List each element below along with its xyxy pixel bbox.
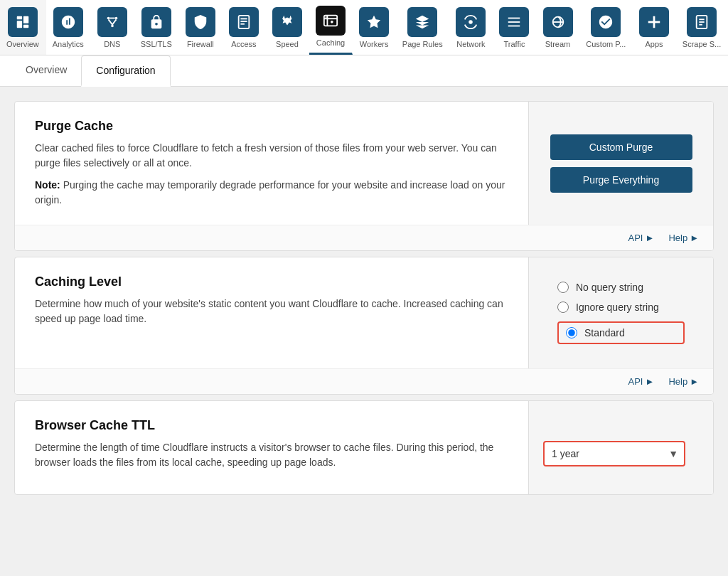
purge-everything-button[interactable]: Purge Everything (550, 167, 692, 193)
svg-line-9 (112, 19, 117, 24)
caching-level-right: No query string Ignore query string Stan… (528, 257, 713, 368)
help2-arrow-icon: ► (690, 376, 699, 387)
caching-level-footer: API ► Help ► (15, 368, 713, 394)
radio-standard-highlight: Standard (557, 321, 685, 344)
nav-item-network[interactable]: Network (449, 0, 493, 55)
page-rules-icon (407, 7, 437, 37)
nav-item-access[interactable]: Access (223, 0, 266, 55)
nav-item-speed[interactable]: Speed (266, 0, 309, 55)
svg-point-6 (111, 24, 114, 27)
apps-icon (639, 7, 669, 37)
main-content: Purge Cache Clear cached files to force … (0, 87, 728, 515)
note-text: Purging the cache may temporarily degrad… (35, 179, 505, 206)
purge-cache-help-link[interactable]: Help ► (668, 233, 699, 243)
svg-point-17 (326, 16, 327, 18)
nav-item-ssl-tls[interactable]: SSL/TLS (134, 0, 179, 55)
overview-icon (8, 7, 38, 37)
purge-cache-right: Custom Purge Purge Everything (528, 102, 713, 225)
svg-rect-3 (23, 24, 28, 28)
dns-icon (97, 7, 127, 37)
caching-level-api-link[interactable]: API ► (628, 376, 655, 387)
note-bold: Note: (35, 179, 60, 191)
purge-cache-title: Purge Cache (35, 119, 508, 134)
browser-cache-ttl-title: Browser Cache TTL (35, 418, 508, 433)
nav-item-page-rules[interactable]: Page Rules (396, 0, 449, 55)
radio-standard[interactable]: Standard (566, 327, 625, 338)
browser-cache-ttl-right: 30 minutes 1 hour 2 hours 1 year ▼ (528, 401, 713, 494)
svg-point-18 (331, 21, 333, 23)
radio-no-query-label: No query string (576, 282, 643, 293)
radio-ignore-query[interactable]: Ignore query string (557, 302, 685, 313)
top-navigation: Overview Analytics DNS SSL/TLS Firewall … (0, 0, 728, 55)
api-arrow-icon: ► (646, 233, 655, 243)
purge-cache-api-link[interactable]: API ► (628, 233, 655, 243)
nav-item-workers[interactable]: Workers (353, 0, 396, 55)
browser-cache-ttl-select-wrapper: 30 minutes 1 hour 2 hours 1 year ▼ (543, 441, 685, 466)
tab-overview[interactable]: Overview (11, 55, 81, 87)
nav-label-scrape: Scrape S... (682, 40, 721, 48)
svg-rect-13 (240, 23, 245, 24)
nav-item-analytics[interactable]: Analytics (46, 0, 91, 55)
svg-rect-12 (240, 21, 247, 22)
nav-item-traffic[interactable]: Traffic (493, 0, 536, 55)
custom-p-icon (591, 7, 621, 37)
nav-item-scrape-s[interactable]: Scrape S... (676, 0, 728, 55)
nav-label-traffic: Traffic (503, 40, 525, 48)
nav-label-speed: Speed (276, 40, 299, 48)
radio-no-query[interactable]: No query string (557, 282, 685, 293)
firewall-icon (186, 7, 215, 37)
caching-level-card: Caching Level Determine how much of your… (14, 257, 714, 395)
workers-icon (359, 7, 389, 37)
nav-item-custom-p[interactable]: Custom P... (580, 0, 633, 55)
browser-cache-ttl-card: Browser Cache TTL Determine the length o… (14, 400, 714, 495)
browser-cache-ttl-desc: Determine the length of time Cloudflare … (35, 440, 508, 470)
traffic-icon (499, 7, 529, 37)
purge-cache-card: Purge Cache Clear cached files to force … (14, 101, 714, 251)
nav-label-page-rules: Page Rules (402, 40, 443, 48)
radio-ignore-query-input[interactable] (557, 302, 569, 313)
nav-label-access: Access (231, 40, 256, 48)
svg-rect-0 (17, 16, 22, 19)
api2-arrow-icon: ► (646, 376, 655, 387)
radio-ignore-query-label: Ignore query string (576, 302, 659, 313)
nav-item-firewall[interactable]: Firewall (179, 0, 223, 55)
purge-cache-note: Note: Purging the cache may temporarily … (35, 178, 508, 208)
svg-rect-1 (17, 21, 22, 28)
network-icon (456, 7, 486, 37)
caching-icon (316, 6, 346, 36)
analytics-icon (53, 7, 83, 37)
nav-item-dns[interactable]: DNS (91, 0, 134, 55)
radio-no-query-input[interactable] (557, 282, 569, 293)
purge-cache-desc: Clear cached files to force Cloudflare t… (35, 141, 508, 171)
svg-point-20 (469, 20, 473, 24)
caching-level-body: Caching Level Determine how much of your… (15, 257, 713, 368)
svg-line-8 (108, 19, 112, 24)
browser-cache-ttl-select[interactable]: 30 minutes 1 hour 2 hours 1 year (543, 441, 685, 466)
scrape-icon (687, 7, 717, 37)
nav-item-stream[interactable]: Stream (536, 0, 579, 55)
svg-point-5 (114, 16, 117, 19)
browser-cache-ttl-body: Browser Cache TTL Determine the length o… (15, 401, 713, 494)
caching-level-help-link[interactable]: Help ► (668, 376, 699, 387)
nav-item-caching[interactable]: Caching (309, 0, 353, 55)
caching-level-left: Caching Level Determine how much of your… (15, 257, 528, 368)
help-arrow-icon: ► (690, 233, 699, 243)
tab-configuration[interactable]: Configuration (81, 55, 170, 87)
nav-label-firewall: Firewall (187, 40, 214, 48)
caching-level-radio-group: No query string Ignore query string Stan… (543, 274, 699, 351)
nav-label-dns: DNS (104, 40, 120, 48)
nav-label-caching: Caching (316, 38, 345, 47)
nav-label-network: Network (456, 40, 485, 48)
radio-standard-input[interactable] (566, 327, 577, 338)
nav-label-ssl: SSL/TLS (141, 40, 172, 48)
caching-level-desc: Determine how much of your website's sta… (35, 297, 508, 326)
custom-purge-button[interactable]: Custom Purge (550, 134, 692, 160)
nav-label-workers: Workers (360, 40, 389, 48)
nav-label-custom-p: Custom P... (586, 40, 626, 48)
ssl-icon (141, 7, 171, 37)
nav-label-analytics: Analytics (53, 40, 84, 48)
nav-item-overview[interactable]: Overview (0, 0, 46, 55)
purge-cache-footer: API ► Help ► (15, 225, 713, 250)
nav-item-apps[interactable]: Apps (633, 0, 676, 55)
svg-rect-2 (23, 16, 28, 23)
